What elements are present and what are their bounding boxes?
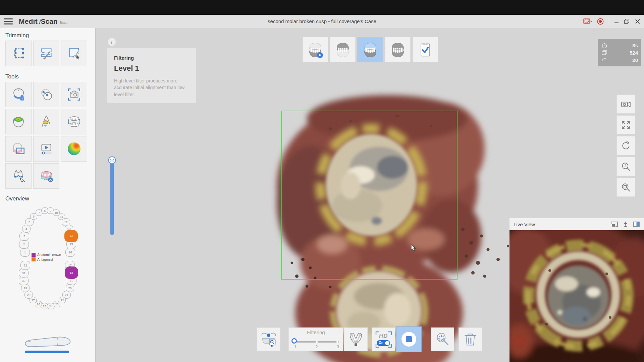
zoom-in-out-button[interactable]	[616, 157, 635, 176]
stage-tabs	[303, 37, 438, 62]
tooth-30[interactable]: 30	[19, 276, 29, 285]
delete-data-button[interactable]	[459, 327, 482, 351]
replay-button[interactable]	[33, 136, 59, 162]
screen-capture-button[interactable]	[583, 18, 592, 24]
tab-maxilla-scan[interactable]	[330, 37, 356, 62]
impression-tray-button[interactable]	[344, 327, 368, 351]
menu-button[interactable]	[4, 18, 13, 24]
center-view-button[interactable]	[623, 222, 628, 227]
maxilla-scan-icon	[334, 41, 352, 58]
tooth-25[interactable]: 25	[41, 303, 48, 309]
anatomic-crown-swatch	[32, 253, 36, 257]
occlusion-map-icon	[11, 114, 26, 129]
tooth-31[interactable]: 31	[19, 268, 29, 278]
hd-state-label: On	[379, 341, 383, 345]
pip-button[interactable]	[611, 222, 618, 227]
info-icon[interactable]: i	[107, 38, 116, 46]
aperture-slider-track[interactable]	[110, 160, 114, 235]
auto-refine-button[interactable]	[431, 327, 454, 351]
tooth-24[interactable]: 24	[47, 303, 54, 309]
scan-depth-icon	[260, 331, 277, 348]
scan-viewport[interactable]: i Filtering Level 1 High level filter pr…	[96, 28, 644, 362]
screenshot-icon	[66, 87, 82, 102]
tooth-16[interactable]: 16	[65, 248, 75, 257]
titlebar: Medit i Scan Beta second molar broken cu…	[0, 15, 644, 28]
align-scans-button[interactable]	[33, 82, 59, 107]
tooth-32[interactable]: 32	[20, 261, 30, 270]
reset-view-button[interactable]	[616, 136, 635, 155]
zoom-area-button[interactable]	[616, 178, 635, 197]
scan-stats-panel: 3s 524 20	[598, 39, 641, 66]
aperture-slider-knob[interactable]	[108, 156, 116, 166]
stop-scan-button[interactable]	[396, 326, 422, 352]
split-view-button[interactable]	[633, 222, 640, 227]
trash-icon	[463, 332, 478, 347]
info-panel-title: Filtering	[114, 55, 189, 61]
tooth-3[interactable]: 3	[19, 232, 29, 241]
hd-on-toggle[interactable]: On	[377, 340, 390, 346]
lock-scan-button[interactable]	[5, 82, 32, 107]
minimize-button[interactable]	[614, 19, 619, 24]
scan-speed-value: 20	[632, 57, 638, 63]
legend-antagonist: Antagonist	[32, 257, 61, 261]
undercut-map-icon	[39, 114, 54, 129]
filtering-slider-track[interactable]	[294, 341, 339, 343]
color-sphere-button[interactable]	[61, 136, 87, 162]
split-view-icon	[633, 222, 640, 227]
tooth-23[interactable]: 23	[53, 301, 60, 307]
tooth-29[interactable]: 29	[21, 284, 30, 292]
tab-occlusion-scan[interactable]	[385, 37, 411, 62]
tooth-1[interactable]: 1	[20, 248, 30, 257]
video-capture-button[interactable]	[616, 95, 635, 114]
record-button[interactable]	[597, 18, 604, 25]
scan-time-row: 3s	[601, 42, 638, 49]
delete-scan-button[interactable]	[33, 163, 59, 189]
filtering-tick-2: 2	[316, 345, 318, 349]
sidebar: Trimming	[0, 28, 96, 362]
image-count-row: 524	[601, 49, 638, 56]
tooth-4[interactable]: 4	[22, 225, 31, 233]
tooth-14[interactable]: 14	[64, 230, 78, 242]
scan-depth-button[interactable]	[257, 327, 280, 351]
beta-badge: Beta	[60, 20, 68, 25]
hd-toggle-button[interactable]: HD On	[372, 327, 395, 351]
live-camera-image	[509, 230, 644, 362]
live-view-panel: Live View	[509, 218, 644, 362]
filtering-tick-3: 3	[337, 345, 339, 349]
brand-name: Medit	[19, 17, 38, 25]
reset-view-icon	[621, 140, 631, 151]
tooth-18[interactable]: 18	[65, 266, 78, 279]
scan-time-value: 3s	[632, 43, 638, 48]
trim-polyline-button[interactable]	[5, 41, 32, 66]
stop-icon	[401, 332, 416, 347]
scanner-progress-bar	[25, 351, 69, 353]
fit-screen-button[interactable]	[616, 115, 635, 134]
tab-mandible-scan[interactable]	[358, 37, 383, 62]
trim-brush-button[interactable]	[33, 41, 59, 66]
trim-auto-button[interactable]	[61, 41, 87, 66]
scan-selection-box	[281, 111, 458, 280]
hd-label: HD	[379, 333, 388, 340]
articulation-button[interactable]	[61, 109, 87, 134]
delete-scan-icon	[39, 168, 54, 184]
info-panel-level: Level 1	[114, 64, 189, 73]
occlusion-map-button[interactable]	[5, 109, 32, 134]
tab-preparation-scan[interactable]	[303, 37, 328, 62]
margin-line-button[interactable]	[5, 163, 32, 189]
window-controls-divider	[609, 18, 609, 25]
preparation-scan-icon	[307, 41, 324, 58]
tooth-2[interactable]: 2	[19, 240, 29, 249]
zoom-area-icon	[621, 182, 631, 193]
maximize-icon	[624, 18, 630, 24]
screenshot-button[interactable]	[61, 82, 87, 107]
area-capture-button[interactable]	[5, 136, 32, 162]
filtering-tick-3-dot	[336, 341, 338, 343]
maximize-button[interactable]	[624, 18, 630, 24]
tooth-28[interactable]: 28	[24, 291, 33, 299]
close-button[interactable]	[635, 18, 641, 24]
tab-scan-review[interactable]	[413, 37, 438, 62]
undercut-map-button[interactable]	[33, 109, 59, 134]
filtering-slider-thumb[interactable]	[291, 338, 297, 344]
replay-icon	[39, 141, 54, 157]
align-scans-icon	[39, 87, 54, 102]
